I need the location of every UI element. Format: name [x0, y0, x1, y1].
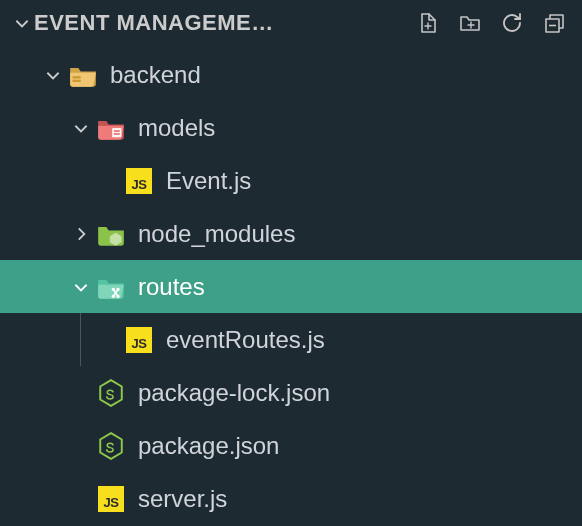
collapse-all-icon[interactable]	[540, 9, 568, 37]
svg-rect-3	[112, 128, 121, 137]
tree-file-package-json[interactable]: package.json	[0, 419, 582, 472]
tree-folder-backend[interactable]: backend	[0, 48, 582, 101]
svg-rect-4	[114, 130, 120, 131]
tree-file-event-js[interactable]: JS Event.js	[0, 154, 582, 207]
indent-guide	[80, 313, 81, 366]
svg-point-8	[112, 287, 115, 290]
svg-rect-2	[73, 79, 81, 81]
file-tree: backend models JS Event.js node_modules	[0, 46, 582, 525]
chevron-down-icon	[38, 66, 68, 84]
svg-point-7	[116, 294, 119, 297]
tree-file-package-lock[interactable]: package-lock.json	[0, 366, 582, 419]
new-folder-icon[interactable]	[456, 9, 484, 37]
svg-point-6	[112, 294, 115, 297]
tree-folder-node-modules[interactable]: node_modules	[0, 207, 582, 260]
folder-open-icon	[96, 113, 126, 143]
chevron-down-icon	[66, 119, 96, 137]
explorer-title: EVENT MANAGEME…	[34, 10, 274, 36]
chevron-down-icon[interactable]	[10, 14, 34, 32]
tree-item-label: package.json	[138, 432, 279, 460]
js-file-icon: JS	[124, 166, 154, 196]
tree-item-label: eventRoutes.js	[166, 326, 325, 354]
new-file-icon[interactable]	[414, 9, 442, 37]
nodejs-file-icon	[96, 431, 126, 461]
tree-file-server-js[interactable]: JS server.js	[0, 472, 582, 525]
svg-point-9	[116, 287, 119, 290]
explorer-header: EVENT MANAGEME…	[0, 0, 582, 46]
chevron-right-icon	[66, 225, 96, 243]
svg-rect-1	[73, 76, 81, 78]
explorer-actions	[414, 9, 574, 37]
tree-item-label: node_modules	[138, 220, 295, 248]
svg-rect-5	[114, 133, 120, 134]
folder-icon	[96, 219, 126, 249]
tree-folder-routes[interactable]: routes	[0, 260, 582, 313]
nodejs-file-icon	[96, 378, 126, 408]
chevron-down-icon	[66, 278, 96, 296]
tree-item-label: Event.js	[166, 167, 251, 195]
js-file-icon: JS	[96, 484, 126, 514]
tree-folder-models[interactable]: models	[0, 101, 582, 154]
folder-open-icon	[96, 272, 126, 302]
tree-item-label: backend	[110, 61, 201, 89]
tree-item-label: server.js	[138, 485, 227, 513]
folder-open-icon	[68, 60, 98, 90]
js-file-icon: JS	[124, 325, 154, 355]
tree-item-label: package-lock.json	[138, 379, 330, 407]
tree-item-label: models	[138, 114, 215, 142]
tree-file-event-routes-js[interactable]: JS eventRoutes.js	[0, 313, 582, 366]
refresh-icon[interactable]	[498, 9, 526, 37]
tree-item-label: routes	[138, 273, 205, 301]
